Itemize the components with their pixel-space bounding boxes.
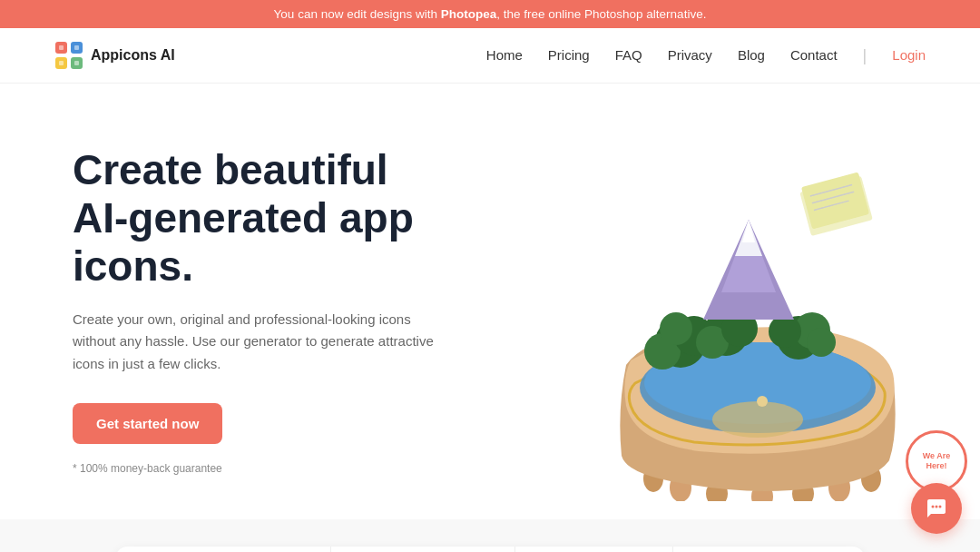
nav-links: Home Pricing FAQ Privacy Blog Contact | … [486,46,926,65]
svg-point-32 [807,328,836,357]
svg-rect-5 [74,45,79,50]
svg-point-41 [939,506,942,508]
hero-title-line2: AI-generated app icons. [73,194,414,290]
svg-point-37 [712,401,803,438]
svg-rect-7 [74,61,79,65]
cta-button[interactable]: Get started now [73,403,222,444]
hero-title: Create beautiful AI-generated app icons. [73,146,544,291]
hero-section: Create beautiful AI-generated app icons.… [0,84,980,519]
svg-rect-4 [59,45,64,50]
nav-divider: | [863,46,867,64]
stat-users: Happy User 52K+ [515,547,673,552]
navbar: Appicons AI Home Pricing FAQ Privacy Blo… [0,28,980,84]
svg-point-40 [936,506,938,508]
stat-styles: Predefined Styles 12 [331,547,515,552]
stats-container: Possibilities Unlimited Predefined Style… [116,547,865,552]
banner-text-after: , the free online Photoshop alternative. [496,7,706,21]
logo-icon [54,41,83,70]
top-banner: You can now edit designs with Photopea, … [0,0,980,28]
logo-link[interactable]: Appicons AI [54,41,175,70]
nav-contact[interactable]: Contact [790,47,838,63]
hero-subtitle: Create your own, original and profession… [73,309,454,376]
chat-badge-text: We AreHere! [923,451,951,471]
island-illustration [554,138,898,483]
hero-text: Create beautiful AI-generated app icons.… [73,146,544,475]
stats-section: Possibilities Unlimited Predefined Style… [0,519,980,552]
svg-point-25 [660,312,692,345]
svg-point-39 [932,506,935,508]
nav-login[interactable]: Login [892,47,926,63]
nav-blog[interactable]: Blog [738,47,765,63]
hero-title-line1: Create beautiful [73,146,388,193]
svg-point-31 [769,315,801,348]
banner-photopea-link[interactable]: Photopea [441,7,497,21]
banner-text-before: You can now edit designs with [274,7,441,21]
logo-text: Appicons AI [91,47,175,64]
hero-image [544,138,907,483]
stat-generations: Image Generations 379K+ [673,547,865,552]
guarantee-text: * 100% money-back guarantee [73,462,544,475]
svg-point-38 [757,396,768,407]
chat-icon [926,498,947,519]
stat-possibilities: Possibilities Unlimited [116,547,332,552]
nav-faq[interactable]: FAQ [615,47,642,63]
nav-pricing[interactable]: Pricing [548,47,590,63]
chat-button[interactable] [911,483,962,534]
nav-home[interactable]: Home [486,47,523,63]
svg-rect-6 [59,61,64,65]
nav-privacy[interactable]: Privacy [668,47,712,63]
